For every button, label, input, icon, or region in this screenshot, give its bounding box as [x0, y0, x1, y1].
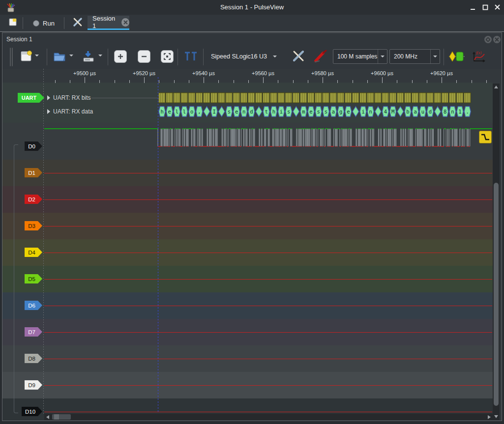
toolbar-separator	[203, 49, 204, 65]
settings-button[interactable]	[71, 17, 85, 29]
ruler-label: +9620 µs	[419, 70, 464, 76]
close-button[interactable]	[494, 3, 502, 11]
svg-text:n: n	[369, 109, 372, 114]
scroll-left-icon[interactable]	[46, 415, 49, 419]
scroll-up-icon[interactable]	[494, 85, 498, 88]
toolbar-separator	[64, 17, 64, 29]
expand-arrow-icon[interactable]	[47, 109, 50, 114]
ruler-label: +9560 µs	[241, 70, 285, 76]
open-file-button[interactable]	[52, 49, 67, 64]
uart-rx-data-annotations: hello,Isendthismessagein4Mbaud8n1.	[158, 106, 473, 117]
svg-text:e: e	[309, 109, 312, 114]
svg-text:e: e	[347, 109, 350, 114]
horizontal-scroll-grip[interactable]	[54, 414, 59, 420]
save-file-button[interactable]	[81, 49, 96, 64]
crossed-tools-icon	[292, 49, 305, 63]
svg-text:h: h	[160, 109, 163, 114]
channels-button[interactable]	[312, 49, 328, 63]
save-file-dropdown-icon[interactable]	[98, 55, 102, 57]
svg-text:1: 1	[458, 109, 461, 114]
toolbar-separator	[23, 17, 23, 29]
minimize-button[interactable]	[469, 3, 477, 11]
vertical-scrollbar[interactable]	[493, 84, 500, 420]
new-session-button[interactable]	[6, 17, 20, 29]
configure-device-button[interactable]	[292, 49, 305, 63]
cursor-line[interactable]	[158, 77, 158, 413]
sample-rate-select[interactable]: 200 MHz	[389, 49, 440, 64]
uart-rx-bits-label: UART: RX bits	[53, 94, 90, 101]
dock-close-icon[interactable]	[493, 36, 501, 43]
session-panel: Session 1	[2, 32, 502, 421]
svg-text:.: .	[466, 109, 469, 114]
scroll-down-icon[interactable]	[494, 415, 498, 418]
fit-icon	[163, 53, 171, 60]
trace-view[interactable]: +9500 µs+9520 µs+9540 µs+9560 µs+9580 µs…	[2, 69, 502, 420]
svg-text:d: d	[429, 109, 432, 114]
horizontal-scrollbar[interactable]	[44, 414, 493, 420]
uart-rx-data-label: UART: RX data	[53, 108, 93, 115]
tab-label: Session 1	[92, 15, 118, 29]
dock-float-icon[interactable]	[484, 36, 492, 43]
decoder-icon	[448, 50, 466, 63]
math-signal-button[interactable]: f(x)	[471, 50, 486, 63]
trigger-marker[interactable]	[479, 131, 492, 143]
trace-low-d4	[44, 253, 492, 253]
drag-handle[interactable]	[10, 48, 11, 66]
expand-arrow-icon[interactable]	[47, 95, 50, 100]
tab-close-icon[interactable]	[121, 18, 129, 27]
sample-rate-dropdown-icon	[430, 50, 440, 63]
svg-text:n: n	[242, 109, 245, 114]
device-name: Sipeed SLogic16 U3	[211, 53, 267, 60]
main-toolbar: Run Session 1	[0, 15, 504, 32]
svg-text:n: n	[451, 109, 454, 114]
zoom-fit-button[interactable]	[161, 50, 174, 63]
svg-text:e: e	[168, 109, 171, 114]
new-session-icon	[8, 17, 18, 29]
zoom-out-button[interactable]	[138, 50, 150, 63]
svg-text:l: l	[183, 109, 186, 114]
trace-low-d10	[44, 412, 492, 412]
svg-text:4: 4	[384, 109, 387, 114]
run-label: Run	[43, 20, 55, 27]
sample-count-select[interactable]: 100 M samples	[333, 49, 387, 64]
maximize-button[interactable]	[481, 3, 489, 11]
add-decoder-button[interactable]	[448, 50, 466, 63]
device-select[interactable]: Sipeed SLogic16 U3	[211, 49, 277, 64]
new-file-button[interactable]	[19, 49, 34, 64]
new-file-dropdown-icon[interactable]	[35, 55, 39, 57]
trace-group-bracket[interactable]	[14, 144, 18, 413]
sample-count-dropdown-icon	[378, 50, 387, 63]
svg-text:s: s	[317, 109, 320, 114]
dock-title: Session 1	[6, 36, 32, 43]
uart-decoder-tag[interactable]: UART	[18, 93, 44, 103]
vertical-scroll-thumb[interactable]	[494, 183, 499, 406]
label-area-divider	[43, 69, 44, 414]
scroll-right-icon[interactable]	[488, 415, 491, 419]
toolbar-separator	[178, 49, 178, 65]
run-button[interactable]: Run	[29, 17, 59, 29]
trace-low-d8	[44, 359, 492, 359]
trace-low-d7	[44, 332, 492, 333]
trigger-marks-button[interactable]	[183, 51, 198, 62]
ruler-label: +9520 µs	[122, 70, 166, 76]
svg-text:g: g	[339, 109, 342, 114]
svg-text:m: m	[302, 109, 305, 114]
svg-text:M: M	[391, 109, 394, 114]
trigger-marks-icon	[183, 51, 198, 62]
svg-text:t: t	[265, 109, 267, 114]
trace-low-d1	[44, 173, 492, 173]
svg-text:f(x): f(x)	[476, 51, 481, 55]
svg-text:i: i	[280, 109, 283, 114]
session-toolbar: Sipeed SLogic16 U3 100 M samples 200 MHz	[2, 46, 501, 68]
svg-text:e: e	[235, 109, 238, 114]
decoder-row-baseline	[91, 98, 158, 98]
window-title: Session 1 - PulseView	[0, 3, 504, 11]
drag-handle[interactable]	[12, 48, 13, 66]
ruler-label: +9540 µs	[181, 70, 226, 76]
trace-low-d5	[44, 279, 492, 280]
probe-icon	[312, 49, 328, 63]
zoom-in-button[interactable]	[114, 50, 127, 63]
toolbar-separator	[108, 49, 108, 65]
session-tab[interactable]: Session 1	[88, 16, 129, 30]
open-file-dropdown-icon[interactable]	[69, 55, 73, 57]
